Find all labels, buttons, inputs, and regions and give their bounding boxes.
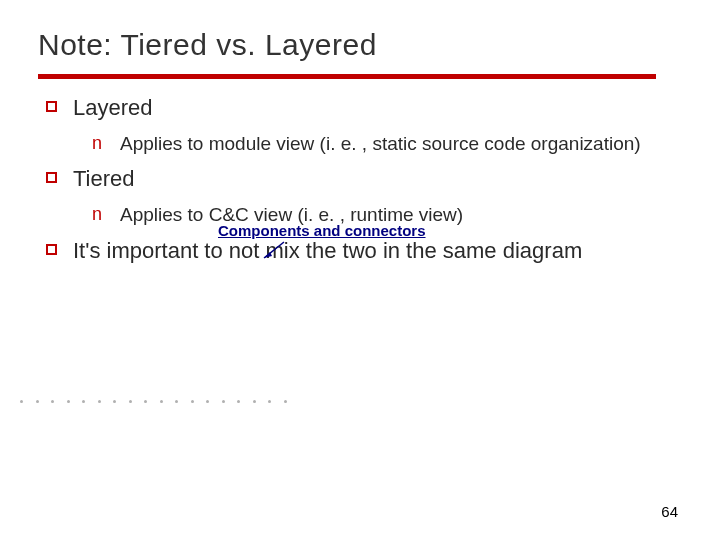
- n-bullet-icon: n: [92, 133, 106, 154]
- arrow-icon: [260, 240, 290, 262]
- decorative-dots: [20, 400, 287, 403]
- square-bullet-icon: [46, 101, 57, 112]
- annotation-label: Components and connectors: [218, 222, 426, 239]
- bullet-layered: Layered: [46, 93, 682, 123]
- bullet-text: Tiered: [73, 164, 135, 194]
- bullet-tiered: Tiered: [46, 164, 682, 194]
- slide-title: Note: Tiered vs. Layered: [38, 28, 682, 62]
- subbullet-layered: n Applies to module view (i. e. , static…: [92, 131, 682, 157]
- page-number: 64: [661, 503, 678, 520]
- bullet-important: It's important to not mix the two in the…: [46, 236, 682, 266]
- bullet-text: It's important to not mix the two in the…: [73, 236, 582, 266]
- subbullet-text: Applies to module view (i. e. , static s…: [120, 131, 641, 157]
- square-bullet-icon: [46, 244, 57, 255]
- slide-body: Note: Tiered vs. Layered Layered n Appli…: [0, 0, 720, 540]
- square-bullet-icon: [46, 172, 57, 183]
- n-bullet-icon: n: [92, 204, 106, 225]
- bullet-text: Layered: [73, 93, 153, 123]
- title-underline: [38, 74, 656, 79]
